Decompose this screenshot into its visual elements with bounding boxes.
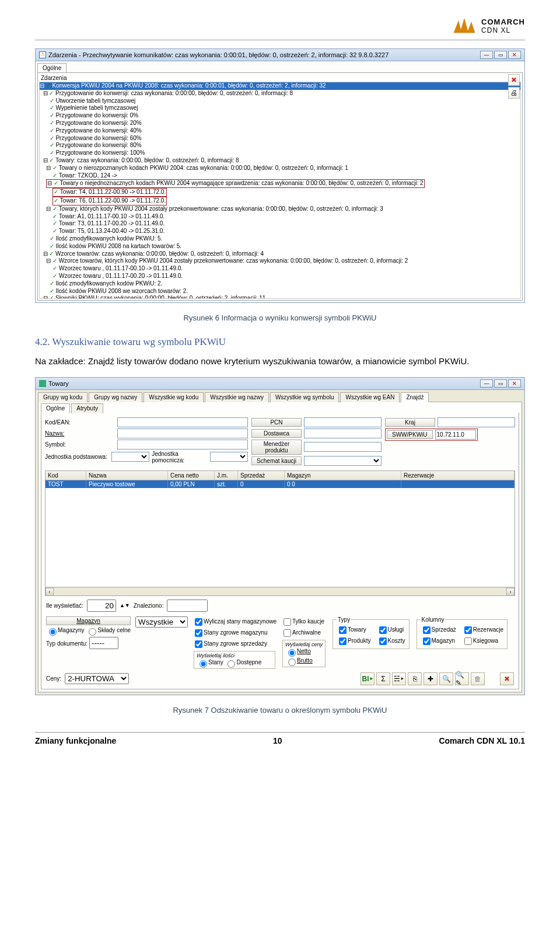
tool-zoom-icon[interactable]: 🔍 [439,672,453,685]
tool-del-icon[interactable]: 🗑 [471,672,485,685]
tree-line[interactable]: ⊟ ✓ Towary o niejednoznacznych kodach PK… [40,179,520,188]
tree-line[interactable]: ⊟ ✓ Towary: czas wykonania: 0:00:00, błę… [40,157,520,165]
input-kod[interactable] [117,417,248,427]
h-scrollbar[interactable]: ‹ › [46,587,514,595]
tree-line[interactable]: ✓ Utworzenie tabeli tymczasowej [40,97,520,105]
scroll-right-icon[interactable]: › [506,588,514,596]
cb-zgrowe-mag[interactable]: Stany zgrowe magazynu [192,628,276,639]
tree-line[interactable]: ✓ Wypełnienie tabeli tymczasowej [40,104,520,112]
tool-order-icon[interactable]: ☵‣ [392,672,406,685]
tab-wszystkie-wg-ean[interactable]: Wszystkie wg EAN [340,392,400,402]
input-menedzer[interactable] [304,442,382,452]
col-header[interactable]: Sprzedaż [238,471,285,480]
tree-line[interactable]: ⊟ ✓ Konwersja PKWiU 2004 na PKWiU 2008: … [40,82,520,90]
tool-bi-icon[interactable]: BI‣ [360,672,374,685]
tree-line[interactable]: ✓ Przygotowane do konwersji: 40% [40,127,520,135]
cb-k-ksiegowa[interactable]: Księgowa [462,636,503,647]
minimize-button[interactable]: — [480,51,493,59]
tab-grupy-wg-nazwy[interactable]: Grupy wg nazwy [89,392,142,402]
sel-jedn-podst[interactable] [111,452,149,462]
tree-line[interactable]: ⊟ ✓ Wzorce towarów: czas wykonania: 0:00… [40,250,520,258]
table-row[interactable]: TOSTPieczywo tostowe0,00 PLNszt.00 0 [46,480,514,488]
tab-grupy-wg-kodu[interactable]: Grupy wg kodu [38,392,88,402]
tree-line[interactable]: ⊟ ✓ Słowniki PKWiU: czas wykonania: 0:00… [40,295,520,299]
subtab-ogolne[interactable]: Ogólne [41,403,70,413]
tab-ogolne[interactable]: Ogólne [37,63,66,73]
close-button[interactable]: ✕ [508,51,521,59]
tree-line[interactable]: ⊟ ✓ Towary o nierozpoznanych kodach PKWi… [40,165,520,172]
sel-jedn-pom[interactable] [210,452,248,462]
cb-k-sprzedaz[interactable]: Sprzedaż [421,625,456,636]
btn-menedzer[interactable]: Menedżer produktu [251,440,302,455]
tree-line[interactable]: ✓ Przygotowane do konwersji: 80% [40,142,520,149]
min2-button[interactable]: — [480,379,493,388]
tree-line[interactable]: ✓ Towar: T4, 01.11.22-00.90 -> 01.11.72.… [40,188,520,197]
cb-arch[interactable]: Archiwalne [281,628,327,639]
input-typdok[interactable] [89,637,118,649]
cb-zgrowe-sprz[interactable]: Stany zgrowe sprzedaży [192,639,276,650]
input-kraj[interactable] [438,417,515,427]
col-header[interactable]: Rezerwacje [401,471,514,480]
cb-k-rezerwacje[interactable]: Rezerwacje [462,625,503,636]
tree-line[interactable]: ✓ Towar: A1, 01.11.17-00.10 -> 01.11.49.… [40,213,520,221]
input-znaleziono[interactable] [167,600,208,612]
tree-line[interactable]: ✓ Przygotowane do konwersji: 20% [40,120,520,127]
print-icon[interactable]: 🖨 [508,87,520,99]
tool-new-icon[interactable]: ✚ [424,672,438,685]
input-ile[interactable] [87,600,116,612]
col-header[interactable]: Cena netto [168,471,215,480]
tool-sum-icon[interactable]: Σ [376,672,390,685]
tree-line[interactable]: ✓ Przygotowane do konwersji: 100% [40,149,520,157]
btn-kaucja[interactable]: Schemat kaucji [251,456,302,465]
tab-wszystkie-wg-symbolu[interactable]: Wszystkie wg symbolu [270,392,340,402]
tree-line[interactable]: ✓ Ilość kodów PKWiU 2008 na kartach towa… [40,243,520,250]
btn-sww[interactable]: SWW/PKWiU [387,430,433,439]
radio-brutto[interactable]: Brutto [285,657,313,664]
delete-icon[interactable]: ✖ [508,74,520,86]
input-symbol[interactable] [117,440,248,449]
tree-line[interactable]: ✓ Towar: T6, 01.11.22-00.90 -> 01.11.72.… [40,197,520,205]
tree-line[interactable]: ✓ Przygotowane do konwersji: 0% [40,112,520,120]
tree-line[interactable]: ✓ Towar: T3, 01.11.17-00.20 -> 01.11.49.… [40,220,520,228]
tab-znajdź[interactable]: Znajdź [401,392,429,402]
sel-kaucja[interactable] [304,456,382,466]
radio-sklady[interactable]: Składy celne [86,627,131,633]
col-header[interactable]: Kod [46,471,86,480]
tool-edit-icon[interactable]: 🔍✎ [455,672,469,685]
sel-magazyn[interactable]: Wszystkie [135,616,188,628]
tree-line[interactable]: ✓ Wzorzec towaru , 01.11.17-00.20 -> 01.… [40,273,520,280]
tree-line[interactable]: ✓ Przygotowane do konwersji: 60% [40,135,520,142]
tree-line[interactable]: ✓ Towar: T5, 01.13.24-00.40 -> 01.25.31.… [40,228,520,235]
input-sww[interactable] [435,430,476,440]
subtab-atrybuty[interactable]: Atrybuty [71,403,103,413]
cb-kaucje[interactable]: Tylko kaucje [281,616,327,628]
sel-ceny[interactable]: 2-HURTOWA [65,673,129,684]
tree-line[interactable]: ⊟ ✓ Towary, których kody PKWiU 2004 zost… [40,205,520,213]
radio-netto[interactable]: Netto [285,648,311,654]
scroll-left-icon[interactable]: ‹ [46,588,54,596]
tab-wszystkie-wg-kodu[interactable]: Wszystkie wg kodu [144,392,204,402]
tree-line[interactable]: ✓ Wzorzec towaru , 01.11.17-00.10 -> 01.… [40,265,520,273]
cb-koszty[interactable]: Koszty [377,636,405,647]
tree-line[interactable]: ⊟ ✓ Przygotowanie do konwersji: czas wyk… [40,90,520,97]
cb-k-magazyn[interactable]: Magazyn [421,636,456,647]
tool-close-icon[interactable]: ✖ [500,672,514,685]
col-header[interactable]: Magazyn [285,471,401,480]
tree-line[interactable]: ✓ Ilość zmodyfikowanych kodów PKWiU: 5. [40,235,520,243]
btn-dostawca[interactable]: Dostawca [251,429,302,438]
tree-line[interactable]: ✓ Ilość zmodyfikowanych kodów PKWiU: 2. [40,280,520,288]
input-nazwa[interactable] [117,428,248,438]
tree-line[interactable]: ✓ Towar: TZKOD, 124 -> [40,172,520,180]
tool-copy-icon[interactable]: ⎘ [408,672,422,685]
cb-wyliczaj[interactable]: Wyliczaj stany magazynowe [192,616,276,628]
cb-produkty[interactable]: Produkty [337,636,370,647]
col-header[interactable]: Nazwa [86,471,168,480]
tree-line[interactable]: ⊟ ✓ Wzorce towarów, których kody PKWiU 2… [40,257,520,265]
btn-magazyn[interactable]: Magazyn [46,616,131,625]
col-header[interactable]: J.m. [215,471,238,480]
radio-dostepne[interactable]: Dostępne [225,659,261,665]
input-pcn[interactable] [304,417,382,427]
tab-wszystkie-wg-nazwy[interactable]: Wszystkie wg nazwy [205,392,269,402]
btn-pcn[interactable]: PCN [251,418,302,427]
tree-line[interactable]: ✓ Ilość kodów PKWiU 2008 we wzorcach tow… [40,288,520,295]
